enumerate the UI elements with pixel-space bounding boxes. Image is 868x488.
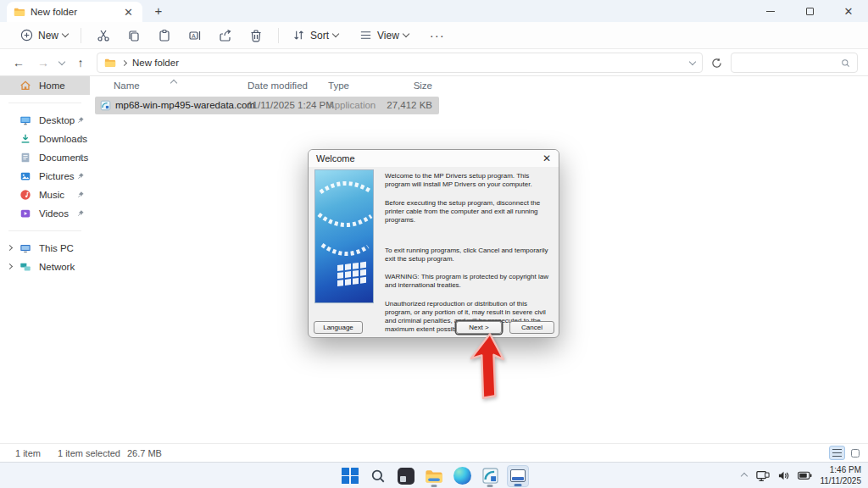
svg-text:A: A	[192, 32, 196, 38]
taskbar-app-button[interactable]	[395, 465, 417, 487]
sidebar-item-home[interactable]: Home	[0, 76, 90, 95]
item-count: 1 item	[15, 448, 41, 458]
search-icon	[370, 469, 386, 484]
close-button[interactable]: ✕	[829, 0, 868, 22]
battery-icon[interactable]	[798, 471, 812, 480]
start-button[interactable]	[339, 465, 361, 487]
pictures-icon	[19, 170, 31, 182]
installer-icon	[481, 467, 499, 485]
documents-icon	[19, 152, 31, 164]
minimize-icon	[766, 11, 775, 12]
pin-icon	[77, 135, 85, 142]
breadcrumb-separator-icon	[121, 59, 127, 65]
expand-chevron-icon[interactable]	[7, 263, 13, 269]
pin-icon	[77, 191, 85, 198]
setup-welcome-dialog: Welcome ✕ Welcome to the MP Drivers setu…	[308, 149, 559, 338]
clock-time: 1:46 PM	[820, 465, 861, 476]
sidebar-item-music[interactable]: Music	[0, 186, 90, 204]
sidebar-item-documents[interactable]: Documents	[0, 148, 90, 167]
dialog-paragraph: WARNING: This program is protected by co…	[385, 273, 554, 290]
setup-artwork	[314, 169, 374, 303]
language-button[interactable]: Language	[314, 321, 363, 334]
downloads-icon	[19, 133, 31, 145]
tab-bar: New folder ✕ + ✕	[0, 0, 868, 22]
pin-icon	[77, 209, 85, 217]
copy-button[interactable]	[119, 25, 149, 46]
sidebar-item-videos[interactable]: Videos	[0, 204, 90, 223]
sidebar-item-downloads[interactable]: Downloads	[0, 130, 90, 148]
back-button[interactable]: ←	[10, 56, 27, 69]
running-indicator	[487, 485, 493, 487]
dialog-title-bar[interactable]: Welcome ✕	[309, 150, 559, 167]
sort-icon	[292, 28, 306, 42]
window-controls: ✕	[751, 0, 868, 22]
folder-icon	[104, 57, 116, 69]
more-options-button[interactable]: ···	[421, 28, 453, 42]
column-header-size[interactable]: Size	[381, 80, 432, 91]
column-header-type[interactable]: Type	[328, 80, 349, 91]
close-icon: ✕	[844, 6, 854, 17]
new-button[interactable]: New	[14, 25, 74, 46]
running-indicator	[431, 485, 437, 487]
search-input[interactable]	[731, 53, 858, 73]
network-tray-icon[interactable]	[756, 470, 770, 482]
refresh-icon[interactable]	[710, 57, 723, 69]
taskbar-search-button[interactable]	[367, 465, 389, 487]
selection-size: 26.7 MB	[127, 448, 162, 458]
rename-icon: A	[188, 29, 202, 42]
taskbar-installer-button[interactable]	[479, 465, 501, 487]
breadcrumb[interactable]: New folder	[97, 53, 703, 73]
explorer-tab[interactable]: New folder ✕	[7, 2, 142, 22]
delete-button[interactable]	[241, 25, 271, 46]
sidebar-item-label: Home	[39, 80, 65, 91]
recent-locations-icon[interactable]	[58, 58, 65, 64]
sort-ascending-icon	[170, 80, 177, 86]
up-button[interactable]: ↑	[72, 56, 89, 69]
address-dropdown-icon[interactable]	[689, 58, 696, 64]
thumbnail-view-button[interactable]	[847, 446, 863, 460]
taskbar: 1:46 PM 11/11/2025	[0, 462, 868, 488]
sidebar-item-desktop[interactable]: Desktop	[0, 111, 90, 130]
maximize-button[interactable]	[790, 0, 829, 22]
taskbar-active-window-button[interactable]	[507, 465, 529, 487]
command-bar: New A Sort	[0, 22, 868, 49]
sidebar-divider	[8, 103, 81, 103]
paste-button[interactable]	[149, 25, 180, 46]
taskbar-file-explorer-button[interactable]	[423, 465, 445, 487]
view-button[interactable]: View	[353, 25, 415, 46]
sidebar-item-network[interactable]: Network	[0, 258, 90, 276]
tab-close-icon[interactable]: ✕	[121, 6, 136, 19]
share-button[interactable]	[210, 25, 241, 46]
column-header-name[interactable]: Name	[114, 80, 140, 91]
sidebar-divider	[8, 230, 81, 231]
cancel-button[interactable]: Cancel	[509, 321, 554, 334]
minimize-button[interactable]	[751, 0, 790, 22]
sidebar-item-pictures[interactable]: Pictures	[0, 167, 90, 186]
pin-icon	[77, 172, 85, 180]
tray-overflow-chevron-icon[interactable]	[741, 472, 748, 479]
dialog-close-icon[interactable]: ✕	[542, 152, 551, 164]
column-header-date-modified[interactable]: Date modified	[248, 80, 308, 91]
speaker-icon[interactable]	[777, 470, 790, 481]
taskbar-clock[interactable]: 1:46 PM 11/11/2025	[820, 465, 861, 486]
new-plus-icon	[19, 28, 34, 42]
sidebar-item-label: Network	[39, 262, 75, 272]
cut-button[interactable]	[88, 25, 119, 46]
sort-button-label: Sort	[310, 30, 329, 42]
sort-button[interactable]: Sort	[286, 25, 344, 46]
rename-button[interactable]: A	[180, 25, 210, 46]
taskbar-edge-button[interactable]	[451, 465, 473, 487]
active-indicator	[515, 484, 522, 486]
toolbar-divider	[278, 28, 279, 43]
chevron-down-icon	[332, 30, 339, 37]
clock-date: 11/11/2025	[820, 476, 861, 487]
sidebar-item-this-pc[interactable]: This PC	[0, 239, 90, 258]
details-view-button[interactable]	[829, 446, 845, 460]
file-row-selected[interactable]: mp68-win-mp495-waredata.com 11/11/2025 1…	[95, 97, 439, 114]
music-icon	[19, 189, 31, 201]
forward-button[interactable]: →	[35, 56, 52, 69]
expand-chevron-icon[interactable]	[7, 245, 13, 251]
setup-window-icon	[510, 469, 526, 482]
new-tab-button[interactable]: +	[151, 3, 166, 18]
pin-icon	[77, 153, 85, 161]
